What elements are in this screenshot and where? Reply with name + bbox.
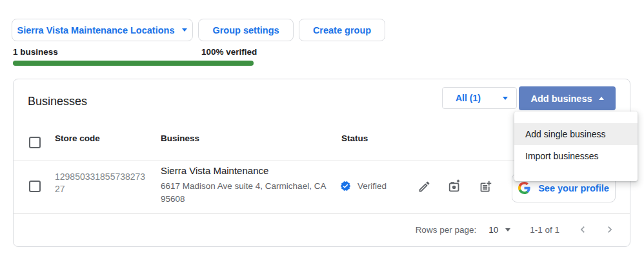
column-header-status: Status — [341, 133, 368, 143]
caret-down-icon — [182, 28, 187, 32]
verified-percent-label: 100% verified — [201, 47, 257, 57]
business-address: 6617 Madison Ave suite 4, Carmichael, CA… — [161, 180, 326, 206]
verified-progress-bar — [13, 61, 254, 66]
business-profile-manager: Sierra Vista Maintenance Locations Group… — [0, 0, 644, 265]
business-name[interactable]: Sierra Vista Maintenance — [161, 165, 268, 176]
column-header-store-code: Store code — [55, 133, 100, 143]
rows-per-page-label: Rows per page: — [416, 225, 477, 235]
business-count-label: 1 business — [13, 47, 58, 57]
add-photo-icon — [448, 179, 462, 193]
create-group-button[interactable]: Create group — [299, 19, 385, 41]
caret-up-icon — [599, 97, 604, 100]
verified-badge-icon — [340, 181, 351, 191]
location-group-selector-label: Sierra Vista Maintenance Locations — [17, 25, 175, 35]
panel-title: Businesses — [28, 95, 87, 108]
add-business-button[interactable]: Add business — [519, 86, 616, 110]
verified-progress-fill — [13, 61, 254, 66]
pagination: Rows per page: 10 1-1 of 1 — [416, 221, 616, 239]
edit-button[interactable] — [415, 177, 433, 195]
filter-dropdown-label: All (1) — [456, 93, 481, 103]
filter-dropdown[interactable]: All (1) — [442, 87, 517, 109]
add-business-menu: Add single business Import businesses — [514, 112, 638, 181]
row-divider — [14, 213, 630, 214]
google-g-icon — [518, 182, 530, 194]
add-business-label: Add business — [530, 93, 592, 104]
chevron-left-icon[interactable] — [576, 223, 589, 236]
caret-down-icon — [503, 97, 508, 100]
add-post-button[interactable] — [476, 177, 494, 195]
edit-icon — [418, 180, 431, 193]
see-your-profile-label: See your profile — [538, 183, 609, 193]
rows-per-page-value[interactable]: 10 — [488, 225, 498, 235]
store-code-cell: 12985033185573827327 — [55, 171, 150, 195]
group-settings-button[interactable]: Group settings — [198, 19, 294, 41]
menu-item-add-single-business[interactable]: Add single business — [514, 123, 638, 145]
add-photo-button[interactable] — [446, 177, 464, 195]
add-post-icon — [479, 180, 492, 193]
row-checkbox[interactable] — [29, 181, 41, 192]
select-all-checkbox[interactable] — [29, 137, 41, 148]
chevron-right-icon[interactable] — [603, 223, 616, 236]
location-group-selector[interactable]: Sierra Vista Maintenance Locations — [12, 19, 193, 41]
status-label: Verified — [357, 181, 387, 191]
column-header-business: Business — [161, 133, 199, 143]
rows-per-page-caret-icon[interactable] — [505, 228, 510, 231]
pagination-range-label: 1-1 of 1 — [530, 225, 559, 235]
menu-item-import-businesses[interactable]: Import businesses — [514, 145, 638, 167]
status-cell: Verified — [340, 181, 387, 191]
